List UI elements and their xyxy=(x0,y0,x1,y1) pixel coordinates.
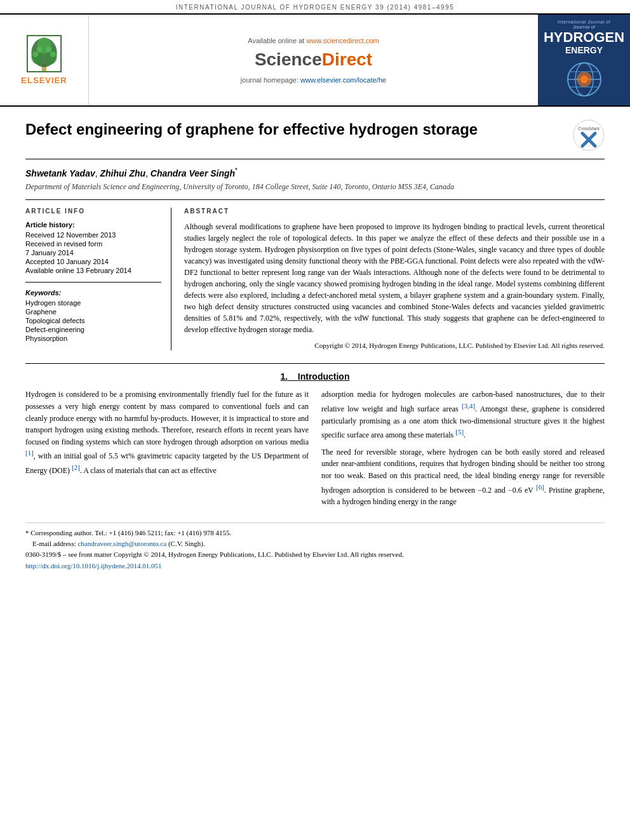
journal-globe-icon xyxy=(565,60,603,98)
journal-header-text: INTERNATIONAL JOURNAL OF HYDROGEN ENERGY… xyxy=(176,4,454,11)
authors: Shwetank Yadav, Zhihui Zhu, Chandra Veer… xyxy=(25,167,605,178)
elsevier-logo-area: ELSEVIER xyxy=(0,15,89,105)
sciencedirect-brand: ScienceDirect xyxy=(255,50,372,70)
elsevier-logo: ELSEVIER xyxy=(21,35,67,85)
article-history: Article history: Received 12 November 20… xyxy=(25,221,161,274)
keyword-4: Defect-engineering xyxy=(25,326,161,333)
science-text: Science xyxy=(255,50,322,69)
hydrogen-journal-badge: International Journal of Journal of HYDR… xyxy=(544,20,624,100)
article-info-heading: ARTICLE INFO xyxy=(25,208,161,215)
keywords-label: Keywords: xyxy=(25,289,161,297)
journal-badge: International Journal of Journal of HYDR… xyxy=(538,15,630,105)
keyword-1: Hydrogen storage xyxy=(25,299,161,307)
svg-point-17 xyxy=(573,120,604,150)
doi-line: http://dx.doi.org/10.1016/j.ijhydene.201… xyxy=(25,561,605,571)
svg-text:CrossMark: CrossMark xyxy=(578,126,600,131)
banner: ELSEVIER Available online at www.science… xyxy=(0,15,630,107)
issn-line: 0360-3199/$ – see front matter Copyright… xyxy=(25,550,605,559)
corresponding-asterisk: * xyxy=(235,167,238,174)
ref-5[interactable]: [5] xyxy=(455,428,464,436)
introduction-section: 1. Introduction Hydrogen is considered t… xyxy=(25,363,605,512)
badge-hydrogen: HYDROGEN xyxy=(544,30,624,45)
history-label: Article history: xyxy=(25,221,161,229)
keyword-2: Graphene xyxy=(25,308,161,316)
svg-point-8 xyxy=(50,51,56,57)
intro-paragraph-2: adsorption media for hydrogen molecules … xyxy=(321,389,605,507)
intro-paragraph-1: Hydrogen is considered to be a promising… xyxy=(25,389,309,476)
crossmark-badge: CrossMark xyxy=(573,119,605,151)
section-title: 1. Introduction xyxy=(281,371,350,382)
corresponding-author-note: * Corresponding author. Tel.: +1 (416) 9… xyxy=(25,528,605,538)
abstract-heading: ABSTRACT xyxy=(184,208,605,215)
received-revised-label: Received in revised form xyxy=(25,240,161,248)
doi-link[interactable]: http://dx.doi.org/10.1016/j.ijhydene.201… xyxy=(25,562,162,570)
email-link[interactable]: chandraveer.singh@utoronto.ca xyxy=(77,540,166,547)
section-heading-intro: Introduction xyxy=(298,371,350,382)
crossmark-icon: CrossMark xyxy=(573,119,605,151)
elsevier-tree-icon xyxy=(27,35,62,73)
banner-center: Available online at www.sciencedirect.co… xyxy=(89,15,538,105)
badge-intl-text: International Journal of xyxy=(544,20,624,24)
svg-point-7 xyxy=(32,51,38,57)
title-section: Defect engineering of graphene for effec… xyxy=(25,119,605,159)
corresponding-author-text: * Corresponding author. Tel.: +1 (416) 9… xyxy=(25,529,231,537)
abstract-col: ABSTRACT Although several modifications … xyxy=(184,208,605,351)
svg-point-6 xyxy=(46,47,51,53)
keywords-block: Keywords: Hydrogen storage Graphene Topo… xyxy=(25,289,161,342)
elsevier-wordmark: ELSEVIER xyxy=(21,76,67,85)
author-singh: Chandra Veer Singh xyxy=(151,168,235,178)
keyword-5: Physisorption xyxy=(25,335,161,342)
author-zhu: Zhihui Zhu xyxy=(100,168,146,178)
journal-header: INTERNATIONAL JOURNAL OF HYDROGEN ENERGY… xyxy=(0,0,630,15)
abstract-text: Although several modifications to graphe… xyxy=(184,221,605,335)
article-content: Defect engineering of graphene for effec… xyxy=(0,107,630,585)
keyword-3: Topological defects xyxy=(25,317,161,324)
available-online: Available online 13 February 2014 xyxy=(25,267,161,274)
intro-body: Hydrogen is considered to be a promising… xyxy=(25,389,605,512)
footer-section: * Corresponding author. Tel.: +1 (416) 9… xyxy=(25,523,605,571)
available-text: Available online at www.sciencedirect.co… xyxy=(248,37,379,44)
divider xyxy=(25,282,161,283)
svg-point-5 xyxy=(37,47,43,53)
direct-text: Direct xyxy=(322,50,372,69)
copyright-text: Copyright © 2014, Hydrogen Energy Public… xyxy=(184,340,605,351)
intro-col2: adsorption media for hydrogen molecules … xyxy=(321,389,605,512)
section-num: 1. xyxy=(281,371,288,382)
journal-homepage: journal homepage: www.elsevier.com/locat… xyxy=(241,76,386,84)
sciencedirect-url[interactable]: www.sciencedirect.com xyxy=(306,37,379,44)
article-info-abstract: ARTICLE INFO Article history: Received 1… xyxy=(25,199,605,351)
intro-col1: Hydrogen is considered to be a promising… xyxy=(25,389,309,512)
svg-point-16 xyxy=(580,76,588,83)
ref-3-4[interactable]: [3,4] xyxy=(462,402,475,410)
ref-6[interactable]: [6] xyxy=(536,483,544,491)
accepted-date: Accepted 10 January 2014 xyxy=(25,258,161,265)
revised-date: 7 January 2014 xyxy=(25,249,161,257)
article-title: Defect engineering of graphene for effec… xyxy=(25,119,478,139)
affiliation: Department of Materials Science and Engi… xyxy=(25,182,605,192)
author-yadav: Shwetank Yadav xyxy=(25,168,95,178)
ref-1[interactable]: [1] xyxy=(25,449,34,457)
homepage-url[interactable]: www.elsevier.com/locate/he xyxy=(300,76,386,84)
email-label: E-mail address: xyxy=(32,540,76,547)
email-line: E-mail address: chandraveer.singh@utoron… xyxy=(25,539,605,549)
article-info-col: ARTICLE INFO Article history: Received 1… xyxy=(25,208,171,351)
badge-energy: ENERGY xyxy=(544,45,624,55)
ref-2[interactable]: [2] xyxy=(72,463,80,471)
received-date: Received 12 November 2013 xyxy=(25,231,161,239)
email-name: (C.V. Singh). xyxy=(168,540,205,547)
